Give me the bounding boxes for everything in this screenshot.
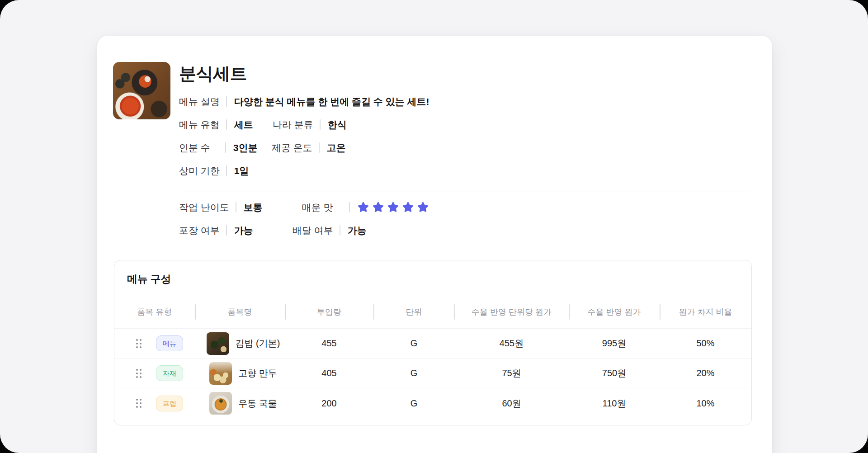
section-divider bbox=[179, 192, 750, 192]
item-name: 우동 국물 bbox=[238, 397, 277, 410]
detail-label: 메뉴 설명 bbox=[179, 95, 226, 108]
drag-handle-icon[interactable] bbox=[136, 339, 142, 348]
detail-label: 배달 여부 bbox=[292, 224, 340, 237]
item-unit: G bbox=[373, 329, 454, 358]
item-name: 김밥 (기본) bbox=[236, 337, 280, 349]
column-header-unit-cost: 수율 반영 단위당 원가 bbox=[454, 295, 569, 328]
divider-bar bbox=[320, 119, 321, 130]
detail-value: 가능 bbox=[234, 224, 292, 237]
menu-title: 분식세트 bbox=[179, 64, 247, 84]
item-cost: 995원 bbox=[569, 329, 660, 358]
divider-bar bbox=[319, 142, 320, 153]
column-header-item-type: 품목 유형 bbox=[114, 295, 195, 328]
menu-photo bbox=[113, 62, 170, 119]
detail-row-shelf-life: 상미 기한 1일 bbox=[179, 159, 750, 182]
item-cost-ratio: 20% bbox=[660, 359, 751, 388]
column-header-quantity: 투입량 bbox=[285, 295, 373, 328]
spice-star-icon bbox=[357, 201, 369, 213]
detail-label: 상미 기한 bbox=[179, 165, 226, 177]
detail-label: 포장 여부 bbox=[179, 224, 226, 237]
divider-bar bbox=[236, 202, 236, 212]
item-type-badge: 메뉴 bbox=[156, 335, 183, 351]
detail-label: 나라 분류 bbox=[273, 118, 320, 131]
composition-header: 메뉴 구성 bbox=[114, 260, 751, 295]
table-row: 자재 고향 만두 405 G 75원 750원 20% bbox=[114, 359, 751, 388]
column-header-unit: 단위 bbox=[373, 295, 454, 328]
detail-value: 3인분 bbox=[233, 142, 272, 154]
spice-star-icon bbox=[387, 201, 399, 213]
item-quantity: 200 bbox=[285, 388, 373, 418]
detail-label: 작업 난이도 bbox=[179, 201, 236, 214]
item-unit-cost: 75원 bbox=[454, 359, 569, 388]
divider-bar bbox=[226, 96, 227, 107]
detail-row-type-country: 메뉴 유형 세트 나라 분류 한식 bbox=[179, 113, 750, 136]
spice-star-icon bbox=[417, 201, 429, 213]
item-cost: 750원 bbox=[569, 359, 660, 388]
menu-composition-card: 메뉴 구성 품목 유형 품목명 투입량 단위 수율 반영 단위당 원가 수율 반… bbox=[114, 260, 752, 425]
column-header-item-name: 품목명 bbox=[195, 295, 285, 328]
item-name-cell: 우동 국물 bbox=[195, 388, 285, 418]
detail-row-description: 메뉴 설명 다양한 분식 메뉴를 한 번에 즐길 수 있는 세트! bbox=[179, 90, 750, 113]
spice-star-icon bbox=[402, 201, 414, 213]
item-photo bbox=[207, 332, 229, 355]
drag-handle-icon[interactable] bbox=[136, 369, 142, 378]
item-type-cell: 프렙 bbox=[114, 388, 195, 418]
item-quantity: 405 bbox=[285, 359, 373, 388]
item-type-badge: 자재 bbox=[156, 365, 183, 381]
item-photo bbox=[209, 392, 232, 415]
composition-title: 메뉴 구성 bbox=[127, 272, 171, 286]
detail-value: 고온 bbox=[327, 142, 346, 154]
drag-handle-icon[interactable] bbox=[136, 399, 142, 408]
detail-value: 세트 bbox=[234, 118, 273, 131]
table-row: 프렙 우동 국물 200 G 60원 110원 10% bbox=[114, 388, 751, 418]
item-unit: G bbox=[373, 388, 454, 418]
detail-label: 제공 온도 bbox=[272, 142, 319, 154]
item-name: 고향 만두 bbox=[238, 367, 277, 379]
item-cost: 110원 bbox=[569, 388, 660, 418]
detail-label: 메뉴 유형 bbox=[179, 118, 226, 131]
item-unit-cost: 455원 bbox=[454, 329, 569, 358]
detail-value: 보통 bbox=[244, 201, 302, 214]
table-row: 메뉴 김밥 (기본) 455 G 455원 995원 50% bbox=[114, 329, 751, 359]
detail-value: 가능 bbox=[348, 224, 367, 237]
divider-bar bbox=[340, 225, 340, 236]
divider-bar bbox=[225, 142, 226, 153]
menu-details: 메뉴 설명 다양한 분식 메뉴를 한 번에 즐길 수 있는 세트! 메뉴 유형 … bbox=[179, 90, 750, 242]
item-photo bbox=[209, 362, 232, 385]
composition-table-header: 품목 유형 품목명 투입량 단위 수율 반영 단위당 원가 수율 반영 원가 원… bbox=[114, 295, 751, 329]
spice-rating bbox=[357, 201, 429, 213]
item-type-cell: 메뉴 bbox=[114, 329, 195, 358]
spice-star-icon bbox=[372, 201, 384, 213]
detail-value: 1일 bbox=[234, 165, 249, 177]
divider-bar bbox=[349, 202, 350, 212]
detail-row-packaging-delivery: 포장 여부 가능 배달 여부 가능 bbox=[179, 219, 750, 242]
divider-bar bbox=[226, 119, 227, 130]
item-type-cell: 자재 bbox=[114, 359, 195, 388]
detail-label: 매운 맛 bbox=[302, 201, 349, 214]
item-unit-cost: 60원 bbox=[454, 388, 569, 418]
item-type-badge: 프렙 bbox=[156, 396, 183, 411]
detail-value: 다양한 분식 메뉴를 한 번에 즐길 수 있는 세트! bbox=[234, 95, 429, 108]
item-unit: G bbox=[373, 359, 454, 388]
detail-label: 인분 수 bbox=[179, 142, 225, 154]
column-header-cost: 수율 반영 원가 bbox=[569, 295, 660, 328]
column-header-cost-ratio: 원가 차지 비율 bbox=[660, 295, 751, 328]
detail-row-difficulty-spice: 작업 난이도 보통 매운 맛 bbox=[179, 196, 750, 219]
item-name-cell: 고향 만두 bbox=[195, 359, 285, 388]
divider-bar bbox=[226, 165, 227, 176]
viewport: 분식세트 메뉴 설명 다양한 분식 메뉴를 한 번에 즐길 수 있는 세트! 메… bbox=[0, 0, 868, 453]
item-cost-ratio: 50% bbox=[660, 329, 751, 358]
item-name-cell: 김밥 (기본) bbox=[195, 329, 285, 358]
menu-detail-card: 분식세트 메뉴 설명 다양한 분식 메뉴를 한 번에 즐길 수 있는 세트! 메… bbox=[97, 36, 772, 453]
item-quantity: 455 bbox=[285, 329, 373, 358]
divider-bar bbox=[226, 225, 227, 236]
detail-row-servings-temp: 인분 수 3인분 제공 온도 고온 bbox=[179, 136, 750, 159]
detail-value: 한식 bbox=[328, 118, 347, 131]
item-cost-ratio: 10% bbox=[660, 388, 751, 418]
app-surface: 분식세트 메뉴 설명 다양한 분식 메뉴를 한 번에 즐길 수 있는 세트! 메… bbox=[0, 0, 868, 453]
